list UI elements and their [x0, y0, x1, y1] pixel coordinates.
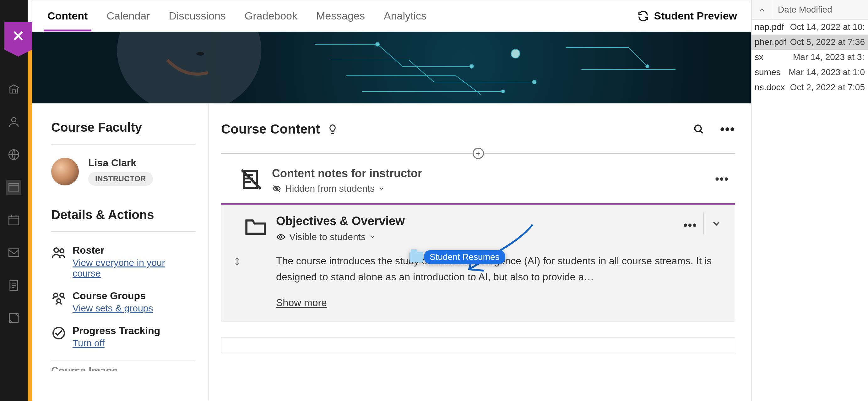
- tab-analytics[interactable]: Analytics: [382, 1, 428, 31]
- progress-link[interactable]: Turn off: [72, 338, 104, 348]
- roster-action: Roster View everyone in your course: [51, 245, 196, 279]
- finder-row[interactable]: sx Mar 14, 2023 at 3:: [751, 50, 868, 65]
- grades-icon[interactable]: [6, 278, 21, 293]
- progress-title: Progress Tracking: [72, 325, 160, 337]
- faculty-role-badge: INSTRUCTOR: [88, 172, 153, 186]
- tab-calendar[interactable]: Calendar: [105, 1, 151, 31]
- course-image-title: Course Image: [51, 365, 196, 371]
- content-more-button[interactable]: •••: [720, 122, 735, 136]
- add-content-divider: +: [221, 153, 735, 154]
- tab-messages[interactable]: Messages: [315, 1, 366, 31]
- messages-icon[interactable]: [6, 245, 21, 260]
- tab-content[interactable]: Content: [46, 1, 89, 31]
- drag-preview: Student Resumes: [409, 250, 505, 264]
- drag-handle[interactable]: [231, 214, 243, 309]
- profile-icon[interactable]: [6, 114, 21, 130]
- finder-header: Date Modified: [751, 0, 868, 20]
- details-heading: Details & Actions: [51, 208, 196, 222]
- eye-icon: [276, 232, 285, 242]
- roster-icon: [51, 245, 66, 260]
- content-item-notes[interactable]: Content notes for instructor Hidden from…: [221, 160, 735, 201]
- institution-icon[interactable]: [6, 82, 21, 97]
- svg-point-15: [54, 248, 58, 252]
- courses-icon[interactable]: [6, 180, 21, 195]
- chevron-down-icon: [711, 218, 722, 229]
- progress-icon: [51, 325, 66, 341]
- progress-action: Progress Tracking Turn off: [51, 325, 196, 348]
- item-more-button[interactable]: •••: [683, 219, 697, 232]
- svg-point-13: [117, 32, 261, 104]
- svg-rect-4: [9, 249, 19, 257]
- svg-point-9: [533, 80, 536, 84]
- globe-icon[interactable]: [6, 147, 21, 162]
- roster-link[interactable]: View everyone in your course: [72, 257, 196, 279]
- svg-point-11: [646, 65, 649, 68]
- svg-point-8: [470, 64, 473, 68]
- folder-icon: [243, 214, 268, 239]
- finder-column-date[interactable]: Date Modified: [772, 5, 832, 15]
- course-banner: [32, 32, 751, 104]
- faculty-name: Lisa Clark: [88, 157, 153, 169]
- item-more-button[interactable]: •••: [715, 173, 729, 186]
- svg-point-0: [11, 117, 16, 122]
- course-color-edge: [28, 25, 32, 401]
- student-preview-button[interactable]: Student Preview: [637, 10, 737, 22]
- course-tabs: Content Calendar Discussions Gradebook M…: [32, 0, 751, 32]
- chevron-up-icon: [758, 6, 765, 13]
- tab-discussions[interactable]: Discussions: [167, 1, 227, 31]
- refresh-icon: [637, 10, 649, 22]
- add-content-button[interactable]: +: [473, 148, 484, 159]
- eye-off-icon: [272, 184, 281, 193]
- search-button[interactable]: [690, 120, 708, 138]
- svg-rect-2: [9, 183, 19, 191]
- course-window: Content Calendar Discussions Gradebook M…: [32, 0, 751, 401]
- tab-gradebook[interactable]: Gradebook: [243, 1, 299, 31]
- course-content-panel: Course Content ••• + Content notes for i…: [208, 104, 751, 401]
- groups-icon: [51, 291, 66, 306]
- calendar-icon[interactable]: [6, 212, 21, 228]
- groups-title: Course Groups: [72, 290, 153, 302]
- course-details-panel: Course Faculty Lisa Clark INSTRUCTOR Det…: [32, 104, 208, 401]
- finder-row[interactable]: pher.pdf Oct 5, 2022 at 7:36: [751, 34, 868, 50]
- visibility-toggle[interactable]: Hidden from students: [272, 183, 422, 194]
- faculty-heading: Course Faculty: [51, 120, 196, 135]
- global-nav-rail: [0, 0, 28, 401]
- finder-row[interactable]: nap.pdf Oct 14, 2022 at 10:: [751, 20, 868, 34]
- lightbulb-icon[interactable]: [327, 123, 338, 135]
- groups-link[interactable]: View sets & groups: [72, 303, 153, 314]
- svg-point-12: [511, 49, 520, 58]
- groups-action: Course Groups View sets & groups: [51, 290, 196, 314]
- content-header: Course Content •••: [221, 120, 735, 138]
- chevron-down-icon: [378, 185, 385, 192]
- svg-point-7: [376, 42, 379, 46]
- svg-point-10: [501, 90, 505, 93]
- svg-point-24: [279, 236, 282, 238]
- avatar: [51, 158, 79, 185]
- finder-row[interactable]: ns.docx Oct 2, 2022 at 7:05: [751, 80, 868, 95]
- mini-folder-icon: [409, 252, 423, 262]
- document-hidden-icon: [240, 168, 262, 191]
- tools-icon[interactable]: [6, 311, 21, 325]
- show-more-link[interactable]: Show more: [276, 297, 327, 308]
- course-body: Course Faculty Lisa Clark INSTRUCTOR Det…: [32, 104, 751, 401]
- content-placeholder: [221, 337, 735, 353]
- content-item-title: Content notes for instructor: [272, 167, 422, 180]
- search-icon: [693, 123, 705, 135]
- close-icon: [11, 29, 25, 43]
- svg-point-16: [60, 249, 64, 253]
- close-course-button[interactable]: [4, 22, 32, 50]
- faculty-row: Lisa Clark INSTRUCTOR: [51, 157, 196, 186]
- finder-row[interactable]: sumes Mar 14, 2023 at 1:0: [751, 65, 868, 80]
- svg-rect-3: [9, 216, 19, 225]
- expand-toggle[interactable]: [704, 212, 728, 234]
- finder-list: Date Modified nap.pdf Oct 14, 2022 at 10…: [751, 0, 868, 401]
- chevron-down-icon: [369, 234, 376, 240]
- svg-point-14: [196, 52, 204, 56]
- content-heading: Course Content: [221, 122, 320, 137]
- finder-sort-toggle[interactable]: [751, 0, 772, 19]
- student-preview-label: Student Preview: [654, 10, 737, 22]
- drag-preview-label: Student Resumes: [424, 250, 505, 264]
- roster-title: Roster: [72, 245, 196, 256]
